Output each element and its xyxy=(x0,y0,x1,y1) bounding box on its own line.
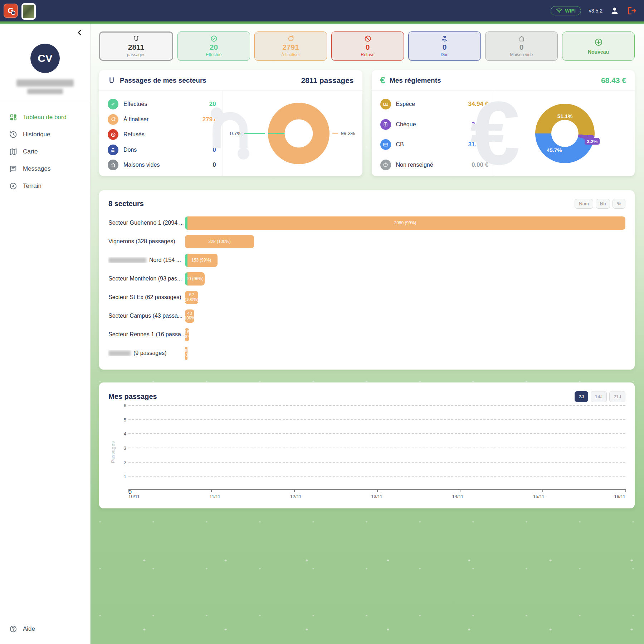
sort-by-percent-button[interactable]: % xyxy=(613,199,625,209)
hand-heart-icon xyxy=(441,35,448,42)
stat-value: 20 xyxy=(210,43,218,52)
sidebar-item-historique[interactable]: Historique xyxy=(0,126,90,143)
leader-line xyxy=(332,133,338,134)
sidebar-item-label: Aide xyxy=(23,625,35,633)
avatar: CV xyxy=(30,44,60,73)
stat-label: Don xyxy=(440,52,448,57)
nouveau-label: Nouveau xyxy=(588,49,609,55)
compass-icon xyxy=(9,182,17,190)
card-title: Mes règlements xyxy=(390,77,441,84)
hand-heart-icon xyxy=(108,145,118,155)
x-axis-labels: 10/1111/1112/1113/1114/1115/1116/11 xyxy=(128,494,625,499)
donut-big-label: 99.3% xyxy=(341,131,355,136)
credit-card-icon xyxy=(380,139,391,150)
secteur-bar-row: Vignerons (328 passages) 328 (100%) xyxy=(108,232,625,251)
sidebar-item-terrain[interactable]: Terrain xyxy=(0,177,90,195)
stat-card-effectue[interactable]: 20 Effectué xyxy=(177,31,250,61)
stat-card-maison-vide[interactable]: 0 Maison vide xyxy=(485,31,558,61)
stat-value: 2811 xyxy=(128,43,145,52)
nouveau-button[interactable]: Nouveau xyxy=(562,31,635,61)
stat-label: Refusé xyxy=(361,52,374,57)
logout-icon[interactable] xyxy=(627,6,636,15)
user-subtitle-redacted xyxy=(27,89,63,94)
top-navbar: G WIFI v3.5.2 xyxy=(0,0,644,21)
secteur-bar: 153 (99%) xyxy=(185,254,218,267)
ban-icon xyxy=(364,35,371,42)
secteur-bar: 90 (96%) xyxy=(185,272,205,286)
euro-watermark: € xyxy=(470,89,520,178)
sidebar-item-label: Historique xyxy=(23,131,50,138)
photo-thumbnail xyxy=(21,3,36,20)
stat-label: Effectué xyxy=(206,52,222,57)
secteur-bar: 62 (100%) xyxy=(185,291,198,304)
sidebar-item-label: Tableau de bord xyxy=(23,114,67,121)
secteurs-title: 8 secteurs xyxy=(108,200,144,208)
sidebar-item-messages[interactable]: Messages xyxy=(0,160,90,177)
secteur-bar-row: Nord (154 ... 153 (99%) xyxy=(108,251,625,269)
chart-title: Mes passages xyxy=(108,392,157,401)
donut-label-cheque: 3.2% xyxy=(585,138,600,145)
stat-value: 2791 xyxy=(282,43,299,52)
stat-card-don[interactable]: 0 Don xyxy=(408,31,481,61)
secteur-bar-row: Secteur St Ex (62 passages) 62 (100%) xyxy=(108,288,625,307)
secteur-bar: 16 (100%) xyxy=(185,328,189,341)
reglements-card: € Mes règlements 68.43 € Espèce 34.94 € xyxy=(372,70,635,176)
passages-total: 2811 passages xyxy=(301,76,353,85)
chat-icon xyxy=(9,165,17,173)
banknote-icon xyxy=(380,99,391,109)
y-axis-label: Passages xyxy=(111,441,116,463)
stat-card-refuse[interactable]: 0 Refusé xyxy=(331,31,404,61)
sidebar-item-carte[interactable]: Carte xyxy=(0,143,90,160)
app-version: v3.5.2 xyxy=(589,8,602,14)
home-icon xyxy=(108,160,118,170)
stat-card-passages[interactable]: 2811 passages xyxy=(99,31,173,61)
stat-card-a-finaliser[interactable]: 2791 À finaliser xyxy=(254,31,327,61)
app-logo-icon: G xyxy=(4,4,18,18)
euro-icon: € xyxy=(380,75,385,86)
stat-label: Maison vide xyxy=(510,52,533,57)
check-circle-icon xyxy=(210,35,218,42)
ban-icon xyxy=(108,129,118,140)
home-icon xyxy=(518,35,525,42)
reglements-donut-chart: € 51.1% 45.7% 3.2% xyxy=(495,91,635,176)
refresh-icon xyxy=(287,35,294,42)
user-icon[interactable] xyxy=(610,6,619,15)
check-circle-icon xyxy=(108,99,118,109)
route-icon xyxy=(133,35,140,42)
secteur-bar: 9 (100%) xyxy=(185,347,187,360)
stat-value: 0 xyxy=(366,43,370,52)
sort-by-number-button[interactable]: Nb xyxy=(596,199,610,209)
user-name-redacted xyxy=(16,79,74,87)
main-content: 2811 passages 20 Effectué 2791 À finalis… xyxy=(91,24,644,644)
accent-divider xyxy=(0,21,644,24)
secteur-bar-row: Secteur Campus (43 passa... 43 (100%) xyxy=(108,307,625,325)
stat-cards-row: 2811 passages 20 Effectué 2791 À finalis… xyxy=(99,31,635,61)
leader-line xyxy=(244,133,265,134)
map-icon xyxy=(9,148,17,156)
range-21j-button[interactable]: 21J xyxy=(609,391,625,402)
collapse-sidebar-icon[interactable] xyxy=(77,29,82,36)
sidebar-item-aide[interactable]: Aide xyxy=(0,620,90,638)
secteur-bar: 2080 (99%) xyxy=(185,216,625,230)
dashboard-icon xyxy=(9,113,17,121)
sidebar-item-label: Messages xyxy=(23,165,50,172)
range-14j-button[interactable]: 14J xyxy=(591,391,607,402)
sidebar-item-label: Carte xyxy=(23,148,38,155)
passages-secteurs-card: Passages de mes secteurs 2811 passages E… xyxy=(99,70,362,176)
mes-passages-card: Mes passages 7J 14J 21J Passages 6 5 4 3… xyxy=(99,382,635,508)
redacted-text xyxy=(108,351,131,356)
secteur-bar-row: (9 passages) 9 (100%) xyxy=(108,344,625,362)
wifi-label: WIFI xyxy=(565,8,576,14)
reglements-total: 68.43 € xyxy=(601,76,626,85)
sidebar-item-tableau-de-bord[interactable]: Tableau de bord xyxy=(0,109,90,126)
route-icon xyxy=(108,77,116,84)
wifi-icon xyxy=(556,8,562,14)
secteur-bar-row: Secteur Rennes 1 (16 passa... 16 (100%) xyxy=(108,325,625,344)
range-7j-button[interactable]: 7J xyxy=(575,391,588,402)
donut: 51.1% 45.7% 3.2% xyxy=(535,104,595,163)
card-title: Passages de mes secteurs xyxy=(120,77,206,84)
help-icon xyxy=(9,625,17,633)
donut-label-cb: 45.7% xyxy=(547,147,562,153)
history-icon xyxy=(9,131,17,138)
sort-by-name-button[interactable]: Nom xyxy=(575,199,593,209)
